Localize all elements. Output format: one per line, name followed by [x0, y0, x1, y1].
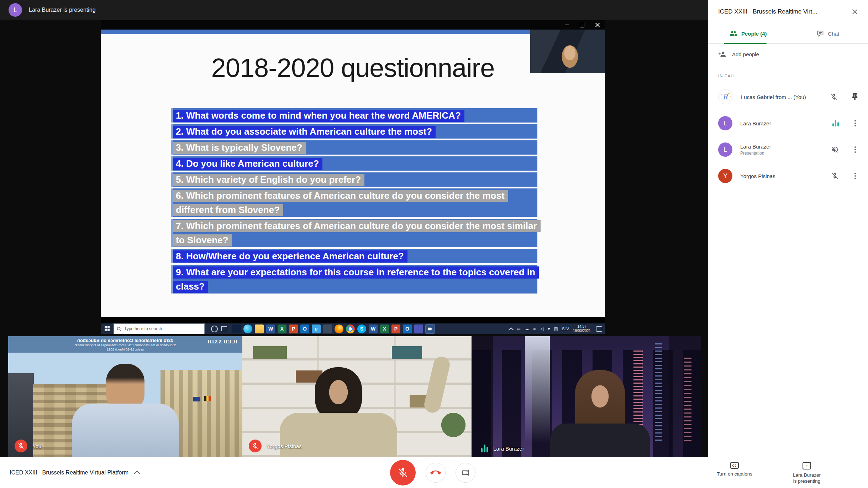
meeting-title: ICED XXIII - Brussels Realtime Virt...	[718, 8, 849, 15]
video-tile-strip: ICED XXIII 23rd International Conference…	[8, 336, 701, 457]
onedrive-icon	[525, 327, 529, 331]
speaking-indicator-icon	[832, 120, 839, 126]
search-icon	[117, 327, 121, 331]
word-icon: W	[266, 325, 275, 333]
banner-line: ssels, 19-20 March 2021	[107, 347, 144, 352]
volume-icon	[540, 327, 543, 331]
mirrored-banner-content: ICED XXIII 23rd International Conference…	[8, 336, 242, 353]
question-text: 5. Which variety of English do you prefe…	[173, 174, 364, 186]
edge-icon	[243, 325, 252, 333]
presenting-status-text: Lara Burazer is presenting	[29, 7, 96, 13]
conference-banner-mirrored: ICED XXIII 23rd International Conference…	[8, 336, 242, 353]
participant-name: Lucas Gabriel from ... (You)	[741, 94, 830, 100]
powerpoint-icon: P	[289, 325, 298, 333]
internet-explorer-icon: e	[312, 325, 321, 333]
speaking-indicator-icon	[478, 445, 488, 452]
taskbar-apps: W X P O e S W X P O	[232, 325, 435, 333]
tile-name-badge: Yorgos Pisinas	[249, 440, 302, 452]
participant-name: Yorgos Pisinas	[740, 173, 831, 179]
captions-icon	[730, 462, 738, 469]
windows-search-box: Type here to search	[114, 323, 205, 334]
meeting-title-toggle[interactable]: ICED XXIII - Brussels Realtime Virtual P…	[10, 457, 139, 488]
participant-actions	[832, 120, 859, 126]
close-icon	[852, 9, 857, 14]
avatar: Y	[718, 169, 732, 183]
question-row: 1. What words come to mind when you hear…	[171, 108, 537, 123]
tab-chat[interactable]: Chat	[788, 24, 868, 43]
tray-time: 14:37	[573, 325, 591, 329]
video-tile-you[interactable]: ICED XXIII 23rd International Conference…	[8, 336, 242, 457]
language-indicator: SLV	[562, 327, 569, 331]
chrome-icon	[346, 325, 355, 333]
firefox-icon	[335, 325, 343, 333]
muted-indicator	[249, 440, 262, 452]
muted-indicator	[15, 440, 27, 452]
participant-info: Lucas Gabriel from ... (You)	[741, 94, 830, 100]
presentation-slide: 2018-2020 questionnaire 1. What words co…	[101, 34, 605, 317]
participant-info: Lara Burazer	[740, 120, 832, 126]
tile-name-label: You	[32, 443, 41, 449]
people-icon	[730, 30, 737, 37]
top-status-band	[0, 0, 708, 20]
mic-off-icon[interactable]	[830, 93, 838, 101]
pin-icon[interactable]	[851, 93, 859, 101]
keyboard-icon	[554, 327, 558, 331]
volume-off-icon[interactable]	[831, 146, 839, 154]
call-end-icon	[430, 467, 441, 478]
participant-name: Lara Burazer	[740, 144, 831, 150]
mic-off-icon[interactable]	[831, 172, 839, 180]
side-panel-header: ICED XXIII - Brussels Realtime Virt...	[708, 0, 868, 24]
question-row: 6. Which prominent features of American …	[171, 188, 537, 217]
hang-up-button[interactable]	[426, 463, 446, 483]
participant-info: Yorgos Pisinas	[740, 173, 831, 179]
file-explorer-icon	[255, 325, 264, 333]
more-options-icon[interactable]	[854, 175, 856, 177]
videocam-icon	[427, 326, 433, 332]
captions-button[interactable]: Turn on captions	[708, 462, 761, 477]
slide-accent-stripe	[101, 30, 605, 34]
video-tile-lara[interactable]: Lara Burazer	[472, 336, 701, 457]
participant-row[interactable]: R Lucas Gabriel from ... (You)	[708, 84, 868, 110]
video-tile-yorgos[interactable]: Yorgos Pisinas	[242, 336, 472, 457]
call-controls	[390, 457, 475, 488]
question-text: 8. How/Where do you experience American …	[173, 250, 407, 263]
minimize-icon	[565, 25, 569, 25]
word-icon: W	[369, 325, 378, 333]
add-people-button[interactable]: Add people	[708, 44, 868, 64]
question-row: 5. Which variety of English do you prefe…	[171, 172, 537, 187]
restore-icon	[580, 23, 584, 27]
question-list: 1. What words come to mind when you hear…	[171, 108, 537, 294]
mic-off-icon	[397, 467, 409, 478]
mute-button[interactable]	[390, 460, 416, 486]
mic-off-icon	[17, 442, 25, 450]
participant-silhouette	[547, 370, 653, 457]
participant-row[interactable]: L Lara Burazer Presentation	[708, 136, 868, 163]
presentation-share-tile[interactable]: 2018-2020 questionnaire 1. What words co…	[101, 20, 605, 334]
clock: 14:37 19/03/2021	[573, 325, 591, 333]
participant-row[interactable]: Y Yorgos Pisinas	[708, 163, 868, 189]
tile-name-label: Lara Burazer	[493, 446, 524, 452]
desktop-gap	[101, 317, 605, 323]
wifi-icon	[533, 327, 536, 331]
outlook-icon: O	[300, 325, 309, 333]
more-options-icon[interactable]	[854, 123, 856, 124]
slide-title: 2018-2020 questionnaire	[101, 54, 605, 82]
close-panel-button[interactable]	[849, 6, 860, 17]
tab-people-label: People (4)	[741, 31, 767, 37]
presenting-button[interactable]: Lara Burazer is presenting	[780, 462, 833, 484]
more-options-icon[interactable]	[854, 149, 856, 150]
meeting-title-label: ICED XXIII - Brussels Realtime Virtual P…	[10, 469, 128, 476]
tab-people[interactable]: People (4)	[708, 24, 788, 43]
participant-row[interactable]: L Lara Burazer	[708, 110, 868, 136]
active-tab-underline	[724, 43, 767, 44]
teams-icon	[414, 325, 423, 333]
shared-window-titlebar	[101, 20, 605, 30]
tile-name-label: Yorgos Pisinas	[267, 443, 302, 449]
question-text: 4. Do you like American culture?	[173, 158, 322, 170]
store-icon	[232, 325, 241, 333]
presenter-webcam-overlay	[530, 30, 605, 73]
camera-button[interactable]	[456, 463, 475, 483]
participant-silhouette	[72, 364, 179, 457]
question-text: 1. What words come to mind when you hear…	[173, 110, 464, 122]
question-row: 4. Do you like American culture?	[171, 156, 537, 171]
